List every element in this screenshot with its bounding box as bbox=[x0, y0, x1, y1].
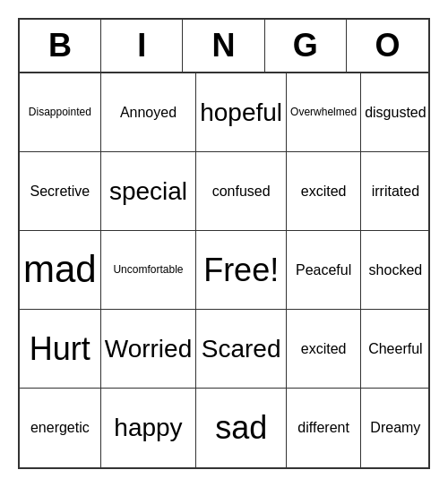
bingo-cell: Peaceful bbox=[287, 231, 361, 310]
bingo-cell: Annoyed bbox=[101, 73, 197, 152]
bingo-cell: Uncomfortable bbox=[101, 231, 197, 310]
cell-text: Dreamy bbox=[370, 419, 420, 436]
bingo-cell: Cheerful bbox=[361, 310, 430, 389]
bingo-cell: excited bbox=[287, 310, 361, 389]
cell-text: excited bbox=[301, 183, 347, 200]
bingo-cell: mad bbox=[20, 231, 101, 310]
bingo-cell: special bbox=[101, 152, 197, 231]
cell-text: Cheerful bbox=[368, 340, 422, 357]
bingo-cell: Worried bbox=[101, 310, 197, 389]
bingo-cell: confused bbox=[196, 152, 287, 231]
cell-text: Overwhelmed bbox=[290, 106, 357, 118]
header-letter: B bbox=[20, 20, 101, 72]
bingo-cell: Free! bbox=[196, 231, 287, 310]
cell-text: different bbox=[297, 419, 349, 436]
bingo-cell: hopeful bbox=[196, 73, 287, 152]
bingo-cell: happy bbox=[101, 389, 197, 467]
bingo-cell: Hurt bbox=[20, 310, 101, 389]
cell-text: Peaceful bbox=[296, 261, 351, 278]
bingo-card: BINGO DisappointedAnnoyedhopefulOverwhel… bbox=[18, 18, 430, 469]
cell-text: Annoyed bbox=[120, 104, 177, 121]
bingo-cell: Disappointed bbox=[20, 73, 101, 152]
bingo-grid: DisappointedAnnoyedhopefulOverwhelmeddis… bbox=[20, 73, 428, 467]
cell-text: disgusted bbox=[365, 104, 426, 121]
cell-text: Uncomfortable bbox=[113, 263, 183, 276]
cell-text: Hurt bbox=[30, 329, 90, 368]
bingo-cell: sad bbox=[196, 389, 287, 467]
bingo-cell: Overwhelmed bbox=[287, 73, 361, 152]
cell-text: excited bbox=[301, 340, 347, 357]
header-letter: G bbox=[265, 20, 347, 72]
cell-text: sad bbox=[215, 408, 267, 447]
cell-text: energetic bbox=[30, 419, 90, 436]
bingo-cell: irritated bbox=[361, 152, 430, 231]
bingo-cell: excited bbox=[287, 152, 361, 231]
cell-text: happy bbox=[114, 413, 182, 443]
cell-text: confused bbox=[212, 183, 271, 200]
cell-text: hopeful bbox=[200, 98, 282, 128]
header-letter: I bbox=[101, 20, 183, 72]
cell-text: Secretive bbox=[30, 183, 90, 200]
cell-text: Disappointed bbox=[29, 106, 91, 118]
cell-text: Free! bbox=[203, 251, 279, 289]
bingo-header: BINGO bbox=[20, 20, 428, 73]
bingo-cell: different bbox=[287, 389, 361, 467]
bingo-cell: Dreamy bbox=[361, 389, 430, 467]
cell-text: Scared bbox=[202, 334, 281, 364]
bingo-cell: shocked bbox=[361, 231, 430, 310]
cell-text: Worried bbox=[105, 334, 193, 364]
header-letter: N bbox=[183, 20, 264, 72]
bingo-cell: Scared bbox=[196, 310, 287, 389]
cell-text: irritated bbox=[372, 183, 419, 200]
cell-text: mad bbox=[23, 247, 97, 292]
bingo-cell: energetic bbox=[20, 389, 101, 467]
bingo-cell: disgusted bbox=[361, 73, 430, 152]
bingo-cell: Secretive bbox=[20, 152, 101, 231]
cell-text: shocked bbox=[369, 261, 423, 278]
header-letter: O bbox=[347, 20, 428, 72]
cell-text: special bbox=[109, 176, 187, 207]
